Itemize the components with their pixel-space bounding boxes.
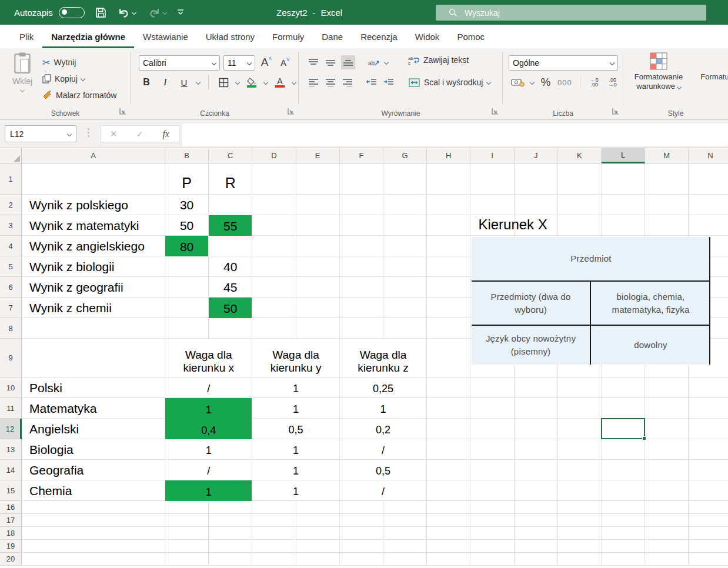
grid-cell-I18[interactable] (470, 527, 514, 540)
column-header-C[interactable]: C (209, 148, 252, 163)
grid-cell-M15[interactable] (645, 480, 689, 501)
grid-cell-A8[interactable] (22, 318, 165, 339)
cell-A11[interactable]: Matematyka (22, 398, 165, 418)
grid-cell-L2[interactable] (602, 195, 645, 215)
row-header-11[interactable]: 11 (0, 398, 22, 419)
grid-cell-G19[interactable] (383, 540, 427, 553)
cell-A15[interactable]: Chemia (22, 480, 165, 500)
grid-cell-K2[interactable] (558, 195, 602, 215)
underline-button[interactable]: U (178, 75, 191, 89)
decrease-decimal-button[interactable]: .00→0 (606, 75, 619, 89)
grid-cell-L3[interactable] (602, 215, 645, 236)
grid-cell-F18[interactable] (340, 527, 383, 540)
grid-cell-E1[interactable] (296, 163, 340, 195)
grid-cell-N13[interactable] (689, 439, 728, 460)
comma-style-button[interactable]: 000 (557, 75, 572, 89)
grid-cell-C19[interactable] (209, 540, 252, 553)
grid-cell-D2[interactable] (252, 195, 296, 215)
cell-D10[interactable]: 1 (252, 377, 339, 397)
grid-cell-M18[interactable] (645, 527, 689, 540)
grid-cell-B7[interactable] (165, 298, 209, 318)
column-header-N[interactable]: N (689, 148, 728, 163)
grid-cell-B17[interactable] (165, 514, 209, 527)
grid-cell-E4[interactable] (296, 236, 340, 256)
grid-cell-N18[interactable] (689, 527, 728, 540)
number-format-combobox[interactable]: Ogólne (509, 55, 618, 71)
cell-F9[interactable]: Waga dla kierunku z (340, 339, 426, 377)
align-right-button[interactable] (341, 75, 354, 89)
grid-cell-G2[interactable] (383, 195, 427, 215)
column-header-A[interactable]: A (22, 148, 165, 163)
fill-color-button[interactable] (245, 75, 258, 89)
grid-cell-D7[interactable] (252, 298, 296, 318)
save-icon[interactable] (95, 0, 106, 25)
grid-cell-J16[interactable] (515, 501, 558, 514)
grid-cell-A16[interactable] (22, 501, 165, 514)
grid-cell-E20[interactable] (296, 553, 340, 566)
grid-cell-C20[interactable] (209, 553, 252, 566)
align-top-button[interactable] (307, 55, 320, 69)
row-header-7[interactable]: 7 (0, 298, 22, 318)
cell-A10[interactable]: Polski (22, 377, 165, 397)
column-header-B[interactable]: B (165, 148, 209, 163)
column-header-K[interactable]: K (558, 148, 602, 163)
font-name-combobox[interactable]: Calibri (139, 55, 220, 71)
cell-B13[interactable]: 1 (165, 439, 252, 459)
undo-icon[interactable] (118, 0, 130, 25)
column-header-M[interactable]: M (645, 148, 689, 163)
decrease-indent-button[interactable] (365, 75, 378, 89)
cell-I3[interactable]: Kierunek X (470, 215, 513, 235)
grid-cell-J18[interactable] (515, 527, 558, 540)
grid-cell-K10[interactable] (558, 377, 602, 398)
grid-cell-H5[interactable] (427, 256, 470, 277)
grid-cell-J2[interactable] (515, 195, 558, 215)
grid-cell-G7[interactable] (383, 298, 427, 318)
accounting-format-button[interactable] (511, 75, 525, 89)
accounting-dropdown-icon[interactable] (530, 80, 535, 85)
cell-B11[interactable]: 1 (165, 398, 252, 419)
align-left-button[interactable] (307, 75, 320, 89)
decrease-font-size-button[interactable]: A˅ (279, 55, 292, 69)
cell-D15[interactable]: 1 (252, 480, 339, 500)
cell-A2[interactable]: Wynik z polskiego (22, 195, 165, 215)
grid-cell-J1[interactable] (515, 163, 558, 195)
grid-cell-H4[interactable] (427, 236, 470, 256)
increase-indent-button[interactable] (382, 75, 395, 89)
grid-cell-B8[interactable] (165, 318, 209, 339)
grid-cell-A17[interactable] (22, 514, 165, 527)
grid-cell-F3[interactable] (340, 215, 383, 236)
grid-cell-H10[interactable] (427, 377, 470, 398)
column-header-D[interactable]: D (252, 148, 296, 163)
grid-cell-D20[interactable] (252, 553, 296, 566)
column-header-I[interactable]: I (470, 148, 514, 163)
row-header-14[interactable]: 14 (0, 460, 22, 480)
grid-cell-F8[interactable] (340, 318, 383, 339)
grid-cell-I17[interactable] (470, 514, 514, 527)
grid-cell-H6[interactable] (427, 277, 470, 298)
grid-cell-H15[interactable] (427, 480, 470, 501)
grid-cell-D16[interactable] (252, 501, 296, 514)
grid-cell-E5[interactable] (296, 256, 340, 277)
grid-cell-H1[interactable] (427, 163, 470, 195)
grid-cell-H16[interactable] (427, 501, 470, 514)
cell-A6[interactable]: Wynik z geografii (22, 277, 165, 297)
grid-cell-N16[interactable] (689, 501, 728, 514)
grid-cell-E7[interactable] (296, 298, 340, 318)
grid-cell-F1[interactable] (340, 163, 383, 195)
grid-cell-E8[interactable] (296, 318, 340, 339)
grid-cell-D1[interactable] (252, 163, 296, 195)
font-dialog-launcher-icon[interactable] (288, 107, 294, 116)
grid-cell-L19[interactable] (602, 540, 645, 553)
conditional-formatting-button[interactable]: Formatowanie warunkowe (627, 52, 690, 91)
grid-cell-C4[interactable] (209, 236, 252, 256)
grid-cell-H8[interactable] (427, 318, 470, 339)
grid-cell-G16[interactable] (383, 501, 427, 514)
grid-cell-B19[interactable] (165, 540, 209, 553)
cell-A4[interactable]: Wynik z angielskiego (22, 236, 165, 256)
grid-cell-L20[interactable] (602, 553, 645, 566)
increase-decimal-button[interactable]: ←0.00 (588, 75, 601, 89)
tab-dane[interactable]: Dane (313, 25, 352, 48)
cell-B1[interactable]: P (165, 163, 208, 194)
grid-cell-D17[interactable] (252, 514, 296, 527)
grid-cell-E2[interactable] (296, 195, 340, 215)
